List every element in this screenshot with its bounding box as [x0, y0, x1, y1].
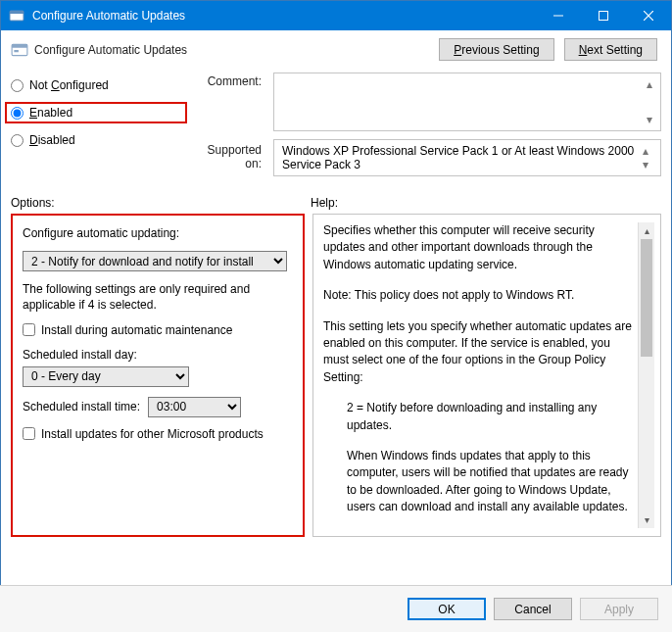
scheduled-day-label: Scheduled install day: — [23, 347, 293, 363]
scheduled-day-select[interactable]: 0 - Every day — [23, 366, 189, 387]
previous-setting-button[interactable]: Previous Setting — [439, 38, 553, 61]
comment-label: Comment: — [197, 73, 267, 131]
apply-button: Apply — [580, 598, 658, 620]
titlebar: Configure Automatic Updates — [1, 1, 671, 30]
supported-scrollbar[interactable]: ▴▾ — [639, 144, 652, 171]
supported-on-label: Supported on: — [197, 131, 267, 176]
other-products-checkbox[interactable]: Install updates for other Microsoft prod… — [23, 427, 293, 441]
policy-icon — [9, 8, 24, 24]
next-setting-button[interactable]: Next Setting — [564, 38, 657, 61]
comment-textarea[interactable]: ▴▾ — [273, 73, 661, 131]
page-title: Configure Automatic Updates — [34, 43, 439, 57]
svg-rect-1 — [10, 11, 24, 14]
options-pane: Configure automatic updating: 2 - Notify… — [11, 214, 305, 537]
supported-on-box: Windows XP Professional Service Pack 1 o… — [273, 139, 661, 176]
dialog-footer: OK Cancel Apply — [0, 585, 672, 632]
window-title: Configure Automatic Updates — [32, 9, 536, 23]
svg-rect-7 — [12, 44, 27, 47]
install-maintenance-input[interactable] — [23, 323, 35, 336]
other-products-input[interactable] — [23, 427, 35, 440]
radio-enabled[interactable]: Enabled — [5, 102, 187, 123]
comment-value — [278, 77, 643, 126]
radio-enabled-input[interactable] — [11, 107, 24, 120]
close-button[interactable] — [626, 1, 671, 30]
scroll-track[interactable] — [639, 239, 654, 511]
svg-rect-8 — [14, 50, 19, 52]
radio-not-configured-input[interactable] — [11, 79, 24, 92]
state-radio-group: Not Configured Enabled Disabled — [11, 73, 189, 176]
supported-on-value: Windows XP Professional Service Pack 1 o… — [282, 144, 639, 171]
configure-mode-select[interactable]: 2 - Notify for download and notify for i… — [23, 251, 287, 271]
minimize-button[interactable] — [536, 1, 581, 30]
help-pane: Specifies whether this computer will rec… — [312, 214, 661, 537]
comment-scrollbar[interactable]: ▴▾ — [643, 77, 656, 126]
require-note: The following settings are only required… — [23, 281, 293, 313]
help-heading: Help: — [311, 196, 338, 210]
maximize-button[interactable] — [581, 1, 626, 30]
svg-rect-3 — [600, 12, 608, 21]
radio-disabled-input[interactable] — [11, 134, 24, 147]
radio-disabled[interactable]: Disabled — [11, 129, 189, 151]
scheduled-time-select[interactable]: 03:00 — [148, 397, 241, 417]
help-scrollbar[interactable]: ▴ ▾ — [638, 222, 654, 528]
policy-icon — [11, 41, 28, 59]
scheduled-time-label: Scheduled install time: — [23, 400, 140, 413]
radio-not-configured[interactable]: Not Configured — [11, 74, 189, 96]
configure-label: Configure automatic updating: — [23, 225, 293, 241]
scroll-down-icon[interactable]: ▾ — [639, 511, 654, 528]
cancel-button[interactable]: Cancel — [494, 598, 572, 620]
scroll-thumb[interactable] — [641, 239, 652, 357]
install-maintenance-checkbox[interactable]: Install during automatic maintenance — [23, 323, 293, 337]
help-text: Specifies whether this computer will rec… — [323, 222, 638, 528]
scroll-up-icon[interactable]: ▴ — [639, 222, 654, 239]
options-heading: Options: — [11, 196, 311, 210]
ok-button[interactable]: OK — [408, 598, 486, 620]
